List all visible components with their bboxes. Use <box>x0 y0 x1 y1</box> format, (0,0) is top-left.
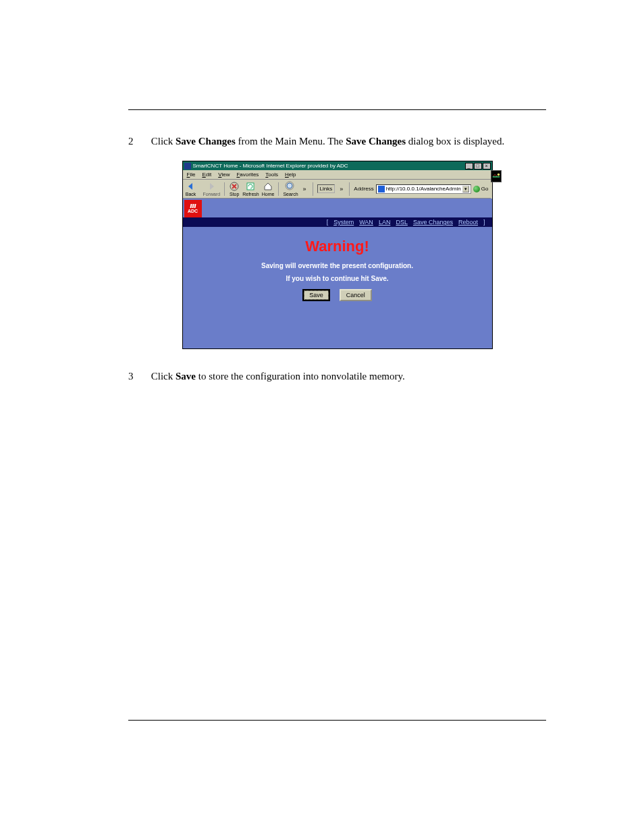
stop-button[interactable]: Stop <box>229 182 240 197</box>
nav-system[interactable]: System <box>333 219 354 226</box>
nav-bracket-close: ] <box>483 219 485 226</box>
separator <box>313 182 313 196</box>
step-3-text-a: Click <box>151 371 176 382</box>
refresh-label: Refresh <box>242 192 259 197</box>
logo-text: ADC <box>188 209 198 213</box>
toolbar: Back Forward Stop Refresh <box>183 180 491 199</box>
svg-point-5 <box>498 174 500 176</box>
document-page: 2 Click Save Changes from the Main Menu.… <box>0 0 644 675</box>
step-3-bold: Save <box>176 371 196 382</box>
svg-rect-4 <box>493 176 500 178</box>
separator <box>278 182 279 196</box>
step-3-number: 3 <box>128 371 149 382</box>
save-button[interactable]: Save <box>302 289 330 301</box>
stop-icon <box>229 182 240 191</box>
window-buttons: _ □ × <box>465 163 491 170</box>
menu-view[interactable]: View <box>218 172 230 178</box>
step-2-text-c: dialog box is displayed. <box>406 136 504 147</box>
back-label: Back <box>186 192 196 197</box>
home-label: Home <box>262 192 275 197</box>
warning-line-1: Saving will overwrite the present config… <box>191 262 484 269</box>
refresh-button[interactable]: Refresh <box>242 182 259 197</box>
search-button[interactable]: Search <box>283 182 298 197</box>
browser-window: SmartCNCT Home - Microsoft Internet Expl… <box>182 161 493 349</box>
menu-file[interactable]: File <box>187 172 196 178</box>
step-2-number: 2 <box>128 136 149 147</box>
back-button[interactable]: Back <box>186 182 196 197</box>
forward-button[interactable]: Forward <box>203 182 221 197</box>
menu-favorites[interactable]: Favorites <box>236 172 259 178</box>
page-icon <box>378 186 385 192</box>
toolbar-overflow[interactable]: » <box>301 186 308 192</box>
nav-lan[interactable]: LAN <box>379 219 391 226</box>
warning-heading: Warning! <box>191 238 484 255</box>
minimize-button[interactable]: _ <box>465 163 473 170</box>
go-button[interactable]: Go <box>473 186 489 192</box>
home-button[interactable]: Home <box>262 182 275 197</box>
step-2-text-b: from the Main Menu. The <box>236 136 346 147</box>
go-label: Go <box>481 186 489 192</box>
separator <box>224 182 225 196</box>
top-rule <box>128 109 546 110</box>
links-label: Links <box>320 186 333 192</box>
go-icon <box>473 186 480 192</box>
nav-dsl[interactable]: DSL <box>396 219 408 226</box>
links-overflow[interactable]: » <box>338 186 345 192</box>
window-title: SmartCNCT Home - Microsoft Internet Expl… <box>193 163 348 169</box>
separator <box>349 182 350 196</box>
menubar: File Edit View Favorites Tools Help <box>183 170 491 180</box>
step-3: 3 Click Save to store the configuration … <box>128 371 546 382</box>
address-dropdown[interactable]: ▾ <box>462 186 469 192</box>
step-2: 2 Click Save Changes from the Main Menu.… <box>128 136 546 147</box>
stop-label: Stop <box>230 192 239 197</box>
menu-help[interactable]: Help <box>285 172 296 178</box>
step-2-bold-1: Save Changes <box>176 136 236 147</box>
nav-bracket-open: [ <box>327 219 329 226</box>
logo-bar: ADC <box>183 199 492 217</box>
titlebar: SmartCNCT Home - Microsoft Internet Expl… <box>183 161 492 170</box>
address-bar[interactable]: http://10.0.0.1/AvalancheAdmin ▾ <box>376 184 471 194</box>
maximize-button[interactable]: □ <box>474 163 482 170</box>
search-icon <box>285 182 296 191</box>
step-2-bold-2: Save Changes <box>346 136 406 147</box>
throbber <box>491 170 502 182</box>
forward-icon <box>206 182 217 191</box>
dialog-content: Warning! Saving will overwrite the prese… <box>183 227 492 348</box>
back-icon <box>186 182 196 191</box>
cancel-button[interactable]: Cancel <box>340 289 372 301</box>
menu-tools[interactable]: Tools <box>265 172 278 178</box>
warning-line-2: If you wish to continue hit Save. <box>191 275 484 282</box>
adc-logo: ADC <box>184 200 202 217</box>
nav-wan[interactable]: WAN <box>359 219 373 226</box>
home-icon <box>263 182 273 191</box>
step-2-text-a: Click <box>151 136 176 147</box>
close-button[interactable]: × <box>483 163 491 170</box>
refresh-icon <box>245 182 256 191</box>
address-url: http://10.0.0.1/AvalancheAdmin <box>386 186 461 192</box>
nav-reboot[interactable]: Reboot <box>458 219 478 226</box>
svg-point-2 <box>287 183 292 188</box>
nav-save-changes[interactable]: Save Changes <box>413 219 453 226</box>
forward-label: Forward <box>203 192 221 197</box>
ie-icon <box>184 163 191 170</box>
links-dropdown[interactable]: Links <box>317 184 336 193</box>
nav-bar: [ System WAN LAN DSL Save Changes Reboot… <box>183 217 492 227</box>
menu-edit[interactable]: Edit <box>202 172 211 178</box>
address-label: Address <box>354 186 373 192</box>
search-label: Search <box>283 192 298 197</box>
bottom-rule <box>128 720 546 721</box>
step-3-text-b: to store the configuration into nonvolat… <box>196 371 405 382</box>
